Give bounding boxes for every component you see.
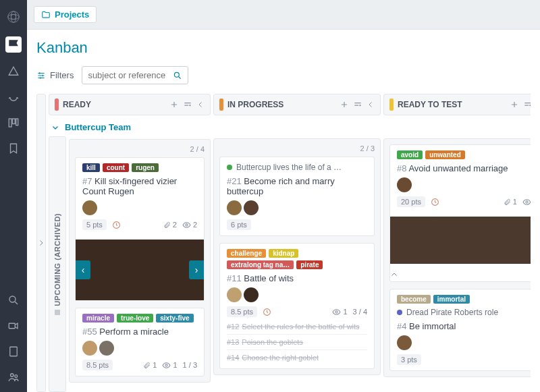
- content: Kanban Filters READY: [27, 30, 540, 392]
- sidebar-wiki-icon[interactable]: [7, 345, 20, 358]
- column-options-button[interactable]: [523, 100, 531, 109]
- card-11[interactable]: challenge kidnap extralong tag na… pirat…: [219, 243, 375, 369]
- card-21[interactable]: Buttercup lives the life of a … #21 Beco…: [219, 157, 375, 236]
- collapse-thumb-button[interactable]: [390, 268, 531, 281]
- archived-column-collapsed[interactable]: UPCOMING (ARCHIVED): [49, 136, 66, 392]
- svg-point-19: [526, 200, 528, 202]
- card-thumbnail: [390, 217, 531, 264]
- folder-icon: [41, 10, 51, 20]
- tag: become: [397, 295, 431, 304]
- sidebar-video-icon[interactable]: [7, 319, 20, 333]
- column-ready: READY Buttercup Team UPCOMING (ARCHIVED): [49, 94, 211, 392]
- filters-button[interactable]: Filters: [36, 70, 74, 80]
- card-title: #7 Kill six-fingered vizier Count Rugen: [82, 176, 197, 196]
- breadcrumb-projects[interactable]: Projects: [34, 6, 97, 23]
- readytest-zone: avoid unwanted #8 Avoid unwanted marriag…: [383, 138, 531, 377]
- watchers: 1: [332, 308, 347, 316]
- swimlane-header[interactable]: Buttercup Team: [49, 115, 211, 136]
- column-collapsed-expand[interactable]: [36, 94, 46, 392]
- tag: true-love: [117, 314, 153, 323]
- points-badge: 6 pts: [227, 219, 251, 230]
- column-options-button[interactable]: [183, 100, 192, 109]
- card-8[interactable]: avoid unwanted #8 Avoid unwanted marriag…: [389, 144, 531, 282]
- card-7[interactable]: kill count rugen #7 Kill six-fingered vi…: [75, 157, 205, 301]
- watchers: 1: [162, 361, 177, 370]
- tag: kidnap: [269, 249, 298, 258]
- card-55[interactable]: miracle true-love sixty-five #55 Perform…: [75, 308, 205, 376]
- assignees: [397, 335, 531, 350]
- column-header: IN PROGRESS: [213, 94, 381, 115]
- thumb-prev-button[interactable]: ‹: [76, 260, 90, 279]
- sidebar-search-icon[interactable]: [7, 293, 20, 307]
- card-4[interactable]: become immortal Dread Pirate Roberts rol…: [389, 289, 531, 371]
- column-in-progress: IN PROGRESS 2 / 3 Buttercup lives the li…: [213, 94, 381, 392]
- tag: rugen: [132, 163, 159, 172]
- tag: sixty-five: [156, 314, 193, 323]
- app-sidebar: [0, 0, 27, 392]
- subtask[interactable]: #14Choose the right goblet: [227, 352, 367, 363]
- tag: challenge: [227, 249, 266, 258]
- svg-rect-8: [9, 323, 15, 329]
- card-title: #4 Be immortal: [397, 321, 531, 331]
- svg-point-1: [8, 11, 20, 23]
- card-title: #11 Battle of wits: [227, 273, 367, 283]
- column-options-button[interactable]: [353, 100, 362, 109]
- card-thumbnail: ‹ ›: [76, 240, 204, 300]
- column-header: READY: [49, 94, 211, 115]
- svg-rect-9: [10, 347, 18, 356]
- tag: kill: [82, 163, 100, 172]
- svg-point-2: [8, 14, 20, 19]
- archived-indicator: [55, 310, 60, 315]
- svg-point-12: [175, 72, 180, 77]
- swimlane-label: Buttercup Team: [65, 122, 131, 132]
- card-title: #8 Avoid unwanted marriage: [397, 163, 531, 173]
- svg-rect-6: [16, 119, 18, 125]
- add-card-button[interactable]: [169, 100, 179, 109]
- sliders-icon: [36, 71, 46, 80]
- sidebar-epics-icon[interactable]: [7, 65, 20, 78]
- add-card-button[interactable]: [510, 100, 519, 109]
- subtask[interactable]: #13Poison the goblets: [227, 337, 367, 350]
- app-logo[interactable]: [6, 9, 21, 24]
- sidebar-board-icon[interactable]: [5, 36, 22, 53]
- add-card-button[interactable]: [340, 100, 349, 109]
- tag: miracle: [82, 314, 114, 323]
- svg-point-7: [9, 296, 16, 302]
- search-icon: [173, 71, 182, 80]
- sidebar-backlog-icon[interactable]: [7, 90, 20, 104]
- column-collapse-button[interactable]: [367, 101, 375, 109]
- search-box[interactable]: [82, 66, 188, 84]
- svg-point-3: [11, 11, 16, 23]
- column-header: READY TO TEST: [383, 94, 531, 115]
- page-title: Kanban: [36, 39, 531, 57]
- card-title: #21 Become rich and marry buttercup: [227, 176, 367, 196]
- tag: avoid: [397, 150, 423, 159]
- subtask[interactable]: #12Select the rules for the battle of wi…: [227, 321, 367, 335]
- search-input[interactable]: [88, 70, 169, 80]
- svg-rect-4: [9, 119, 11, 127]
- sidebar-kanban-icon[interactable]: [7, 116, 20, 130]
- zone-count: 2 / 4: [75, 145, 205, 153]
- assignees: [227, 200, 367, 215]
- thumb-next-button[interactable]: ›: [189, 260, 204, 279]
- attachments: 1: [143, 361, 157, 369]
- column-label: READY TO TEST: [398, 100, 462, 109]
- points-badge: 8.5 pts: [227, 306, 257, 317]
- epic-link[interactable]: Dread Pirate Roberts role: [397, 308, 531, 317]
- epic-link[interactable]: Buttercup lives the life of a …: [227, 163, 367, 172]
- svg-point-17: [335, 310, 338, 312]
- column-label: READY: [63, 100, 91, 109]
- attachments: 2: [163, 221, 177, 229]
- points-badge: 3 pts: [397, 354, 421, 365]
- column-stripe: [55, 99, 59, 111]
- zone-count: 2 / 3: [219, 144, 375, 152]
- points-badge: 5 pts: [82, 219, 107, 230]
- column-collapse-button[interactable]: [196, 101, 205, 109]
- assignees: [397, 177, 531, 192]
- points-badge: 8.5 pts: [82, 360, 113, 370]
- sidebar-bookmark-icon[interactable]: [7, 142, 20, 155]
- sidebar-team-icon[interactable]: [7, 370, 20, 384]
- tag: extralong tag na…: [227, 260, 294, 269]
- svg-point-11: [15, 375, 18, 378]
- tag: pirate: [296, 260, 323, 269]
